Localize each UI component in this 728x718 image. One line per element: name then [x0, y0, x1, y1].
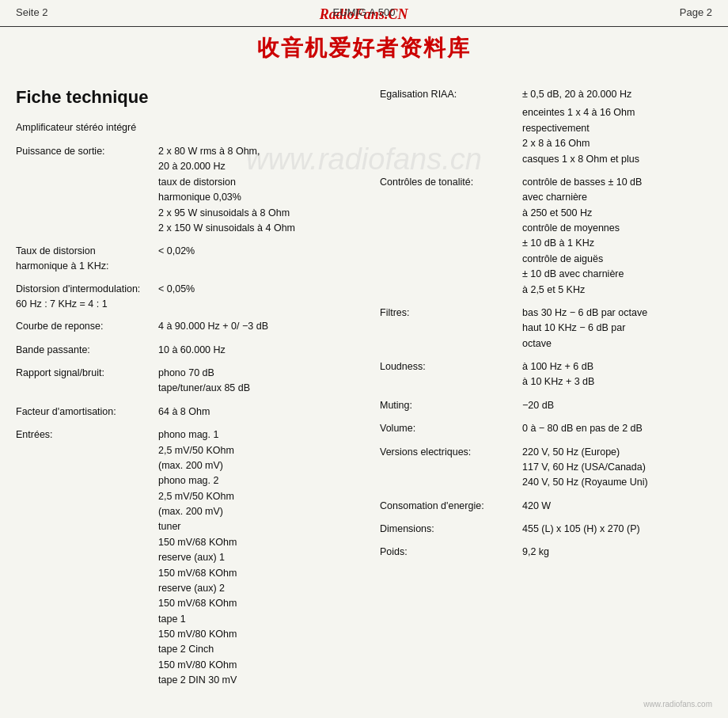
spec-value-rapport: phono 70 dB tape/tuner/aux 85 dB [158, 366, 380, 397]
spec-muting: Muting: −20 dB [380, 398, 728, 413]
spec-label-poids: Poids: [380, 545, 522, 560]
spec-intermod: Distorsion d'intermodulation: 60 Hz : 7 … [16, 282, 380, 312]
spec-poids: Poids: 9,2 kg [380, 545, 728, 560]
page-container: Seite 2 RadioFans.CN Page 2 EUMIG A 500 … [0, 0, 728, 718]
model-name: EUMIG A 500 [333, 6, 396, 18]
spec-value-volume: 0 à − 80 dB en pas de 2 dB [522, 421, 728, 436]
spec-label-courbe: Courbe de reponse: [16, 319, 158, 334]
spec-entrees: Entrées: phono mag. 1 2,5 mV/50 KOhm (ma… [16, 427, 380, 688]
spec-value-intermod: < 0,05% [158, 282, 380, 297]
spec-label-volume: Volume: [380, 421, 522, 436]
section-title: Fiche technique [16, 87, 380, 108]
spec-value-facteur: 64 à 8 Ohm [158, 405, 380, 420]
spec-label-taux: Taux de distorsion harmonique à 1 KHz: [16, 244, 158, 274]
spec-taux-distorsion: Taux de distorsion harmonique à 1 KHz: <… [16, 244, 380, 274]
spec-value-filtres: bas 30 Hz − 6 dB par octave haut 10 KHz … [522, 306, 728, 351]
spec-label-facteur: Facteur d'amortisation: [16, 405, 158, 420]
spec-label-loudness: Loudness: [380, 359, 522, 374]
spec-value-enceintes: enceintes 1 x 4 à 16 Ohm respectivement … [522, 105, 728, 167]
intro-text: Amplificateur stéréo intégré [16, 122, 380, 133]
spec-volume: Volume: 0 à − 80 dB en pas de 2 dB [380, 421, 728, 436]
header-left: Seite 2 [16, 6, 47, 18]
spec-rapport: Rapport signal/bruit: phono 70 dB tape/t… [16, 366, 380, 397]
spec-tonalite: Contrôles de tonalité: contrôle de basse… [380, 175, 728, 298]
spec-label-egalisation: Egalisation RIAA: [380, 87, 522, 102]
chinese-title: 收音机爱好者资料库 [0, 33, 728, 63]
spec-label-puissance: Puissance de sortie: [16, 144, 158, 159]
spec-value-consomation: 420 W [522, 499, 728, 514]
spec-consomation: Consomation d'energie: 420 W [380, 499, 728, 514]
spec-facteur: Facteur d'amortisation: 64 à 8 Ohm [16, 405, 380, 420]
spec-label-entrees: Entrées: [16, 427, 158, 443]
header-right: Page 2 [680, 6, 712, 18]
spec-value-puissance: 2 x 80 W rms à 8 Ohm, 20 à 20.000 Hz tau… [158, 144, 380, 236]
spec-value-poids: 9,2 kg [522, 545, 728, 560]
spec-enceintes: enceintes 1 x 4 à 16 Ohm respectivement … [380, 105, 728, 167]
spec-label-dimensions: Dimensions: [380, 522, 522, 537]
spec-egalisation: Egalisation RIAA: ± 0,5 dB, 20 à 20.000 … [380, 87, 728, 102]
spec-value-versions: 220 V, 50 Hz (Europe) 117 V, 60 Hz (USA/… [522, 445, 728, 491]
spec-value-entrees: phono mag. 1 2,5 mV/50 KOhm (max. 200 mV… [158, 427, 380, 688]
spec-label-bande: Bande passante: [16, 343, 158, 358]
spec-bande: Bande passante: 10 à 60.000 Hz [16, 343, 380, 358]
spec-label-consomation: Consomation d'energie: [380, 499, 522, 514]
spec-value-dimensions: 455 (L) x 105 (H) x 270 (P) [522, 522, 728, 537]
spec-label-intermod: Distorsion d'intermodulation: 60 Hz : 7 … [16, 282, 158, 312]
spec-value-taux: < 0,02% [158, 244, 380, 259]
spec-label-muting: Muting: [380, 398, 522, 413]
spec-value-courbe: 4 à 90.000 Hz + 0/ −3 dB [158, 319, 380, 334]
right-column: Egalisation RIAA: ± 0,5 dB, 20 à 20.000 … [380, 87, 728, 697]
left-column: Fiche technique Amplificateur stéréo int… [16, 87, 380, 697]
spec-value-tonalite: contrôle de basses ± 10 dB avec charnièr… [522, 175, 728, 298]
spec-label-filtres: Filtres: [380, 306, 522, 321]
spec-label-tonalite: Contrôles de tonalité: [380, 175, 522, 190]
spec-value-bande: 10 à 60.000 Hz [158, 343, 380, 358]
spec-label-versions: Versions electriques: [380, 445, 522, 460]
spec-value-muting: −20 dB [522, 398, 728, 413]
spec-versions: Versions electriques: 220 V, 50 Hz (Euro… [380, 445, 728, 491]
spec-value-egalisation: ± 0,5 dB, 20 à 20.000 Hz [522, 87, 728, 102]
spec-courbe: Courbe de reponse: 4 à 90.000 Hz + 0/ −3… [16, 319, 380, 334]
spec-dimensions: Dimensions: 455 (L) x 105 (H) x 270 (P) [380, 522, 728, 537]
spec-puissance: Puissance de sortie: 2 x 80 W rms à 8 Oh… [16, 144, 380, 236]
content-area: Fiche technique Amplificateur stéréo int… [0, 71, 728, 712]
spec-value-loudness: à 100 Hz + 6 dB à 10 KHz + 3 dB [522, 359, 728, 390]
spec-label-rapport: Rapport signal/bruit: [16, 366, 158, 381]
spec-loudness: Loudness: à 100 Hz + 6 dB à 10 KHz + 3 d… [380, 359, 728, 390]
spec-filtres: Filtres: bas 30 Hz − 6 dB par octave hau… [380, 306, 728, 351]
chinese-title-block: 收音机爱好者资料库 [0, 33, 728, 71]
